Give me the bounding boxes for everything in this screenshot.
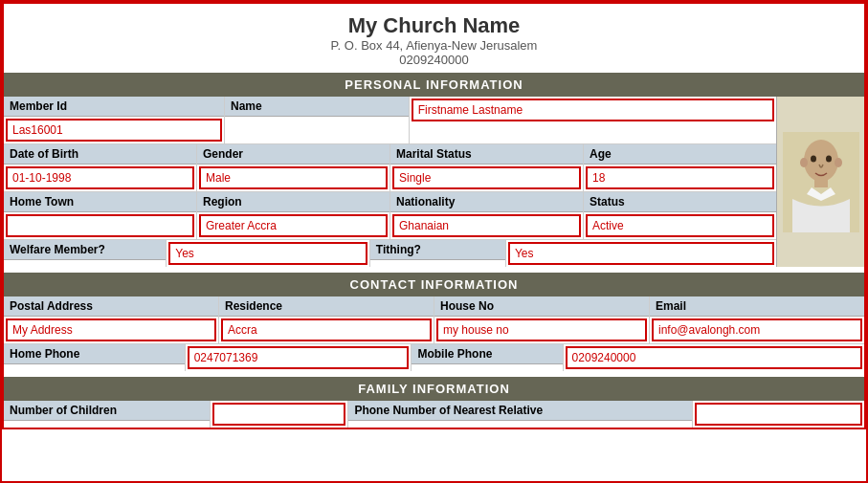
hometown-value[interactable] xyxy=(6,214,194,237)
name-value[interactable]: Firstname Lastname xyxy=(412,99,774,121)
email-label: Email xyxy=(650,296,864,317)
svg-point-5 xyxy=(811,155,816,162)
gender-cell: Gender Male xyxy=(197,144,390,191)
dob-label-cell: Date of Birth 01-10-1998 xyxy=(4,144,197,191)
mobilephone-value-cell: 0209240000 xyxy=(564,344,864,371)
residence-cell: Residence Accra xyxy=(219,296,434,343)
homephone-label-cell: Home Phone xyxy=(4,344,186,371)
mobilephone-value[interactable]: 0209240000 xyxy=(566,346,862,369)
status-label: Status xyxy=(584,192,776,212)
nearestrelative-label: Phone Number of Nearest Relative xyxy=(348,401,691,421)
church-phone: 0209240000 xyxy=(4,53,864,67)
marital-label: Marital Status xyxy=(390,144,583,165)
homephone-label: Home Phone xyxy=(4,344,185,364)
member-id-value[interactable]: Las16001 xyxy=(6,119,222,142)
personal-section-header: PERSONAL INFORMATION xyxy=(4,73,864,97)
member-id-cell: Member Id Las16001 xyxy=(4,97,225,143)
welfare-label: Welfare Member? xyxy=(4,240,166,260)
region-value[interactable]: Greater Accra xyxy=(199,214,388,237)
marital-cell: Marital Status Single xyxy=(390,144,584,191)
age-cell: Age 18 xyxy=(584,144,776,191)
numchildren-value-cell xyxy=(211,401,348,428)
postal-cell: Postal Address My Address xyxy=(4,296,219,343)
family-section-header: FAMILY INFORMATION xyxy=(4,377,864,401)
numchildren-label-cell: Number of Children xyxy=(4,401,211,428)
dob-value[interactable]: 01-10-1998 xyxy=(6,166,194,189)
name-label: Name xyxy=(225,97,409,117)
tithing-value-cell: Yes xyxy=(506,240,776,267)
mobilephone-label: Mobile Phone xyxy=(412,344,562,364)
nearestrelative-label-cell: Phone Number of Nearest Relative xyxy=(348,401,692,428)
personal-form: Member Id Las16001 Name Firstname Lastna… xyxy=(4,97,776,267)
postal-label: Postal Address xyxy=(4,296,218,317)
svg-rect-2 xyxy=(814,178,828,187)
dob-labels-row: Date of Birth 01-10-1998 Gender Male Mar… xyxy=(4,144,776,192)
nationality-value[interactable]: Ghanaian xyxy=(392,214,581,237)
nationality-label: Nationality xyxy=(390,192,583,212)
nearestrelative-value-cell xyxy=(693,401,864,428)
email-value[interactable]: info@avalongh.com xyxy=(652,318,862,341)
nearestrelative-value[interactable] xyxy=(695,403,862,426)
marital-value[interactable]: Single xyxy=(392,166,581,189)
nationality-cell: Nationality Ghanaian xyxy=(390,192,584,239)
welfare-value[interactable]: Yes xyxy=(168,242,367,265)
contact-row2: Home Phone 0247071369 Mobile Phone 02092… xyxy=(4,344,864,371)
family-section: Number of Children Phone Number of Neare… xyxy=(4,401,864,428)
main-container: My Church Name P. O. Box 44, Afienya-New… xyxy=(2,2,866,429)
personal-section: Member Id Las16001 Name Firstname Lastna… xyxy=(4,97,864,267)
residence-value[interactable]: Accra xyxy=(221,318,432,341)
homephone-value-cell: 0247071369 xyxy=(186,344,412,371)
contact-section: Postal Address My Address Residence Accr… xyxy=(4,296,864,371)
mobilephone-label-cell: Mobile Phone xyxy=(412,344,563,371)
welfare-value-cell: Yes xyxy=(167,240,370,267)
tithing-value[interactable]: Yes xyxy=(508,242,774,265)
svg-point-4 xyxy=(835,158,842,167)
region-label: Region xyxy=(197,192,389,212)
member-photo xyxy=(783,132,859,232)
hometown-row: Home Town Region Greater Accra Nationali… xyxy=(4,192,776,240)
church-address: P. O. Box 44, Afienya-New Jerusalem xyxy=(4,38,864,53)
name-label-cell: Name xyxy=(225,97,410,143)
houseno-value[interactable]: my house no xyxy=(436,318,647,341)
residence-label: Residence xyxy=(219,296,434,317)
member-row: Member Id Las16001 Name Firstname Lastna… xyxy=(4,97,776,144)
age-label: Age xyxy=(584,144,776,165)
age-value[interactable]: 18 xyxy=(586,166,774,189)
dob-label: Date of Birth xyxy=(4,144,196,165)
houseno-label: House No xyxy=(434,296,649,317)
family-row1: Number of Children Phone Number of Neare… xyxy=(4,401,864,428)
church-name: My Church Name xyxy=(4,13,864,38)
contact-row1: Postal Address My Address Residence Accr… xyxy=(4,296,864,344)
postal-value[interactable]: My Address xyxy=(6,318,216,341)
hometown-label: Home Town xyxy=(4,192,196,212)
tithing-label-cell: Tithing? xyxy=(370,240,506,267)
svg-point-3 xyxy=(800,158,808,167)
numchildren-value[interactable] xyxy=(212,403,345,426)
welfare-row: Welfare Member? Yes Tithing? Yes xyxy=(4,240,776,267)
gender-value[interactable]: Male xyxy=(199,166,388,189)
numchildren-label: Number of Children xyxy=(4,401,210,421)
hometown-cell: Home Town xyxy=(4,192,197,239)
header-section: My Church Name P. O. Box 44, Afienya-New… xyxy=(4,4,864,73)
name-value-cell: Firstname Lastname xyxy=(410,97,776,143)
tithing-label: Tithing? xyxy=(370,240,505,260)
gender-label: Gender xyxy=(197,144,389,165)
welfare-label-cell: Welfare Member? xyxy=(4,240,167,267)
member-id-label: Member Id xyxy=(4,97,224,117)
status-cell: Status Active xyxy=(584,192,776,239)
status-value[interactable]: Active xyxy=(586,214,774,237)
svg-point-6 xyxy=(826,155,832,162)
contact-section-header: CONTACT INFORMATION xyxy=(4,273,864,296)
photo-section xyxy=(776,97,864,267)
homephone-value[interactable]: 0247071369 xyxy=(188,346,410,369)
region-cell: Region Greater Accra xyxy=(197,192,390,239)
houseno-cell: House No my house no xyxy=(434,296,650,343)
email-cell: Email info@avalongh.com xyxy=(650,296,864,343)
